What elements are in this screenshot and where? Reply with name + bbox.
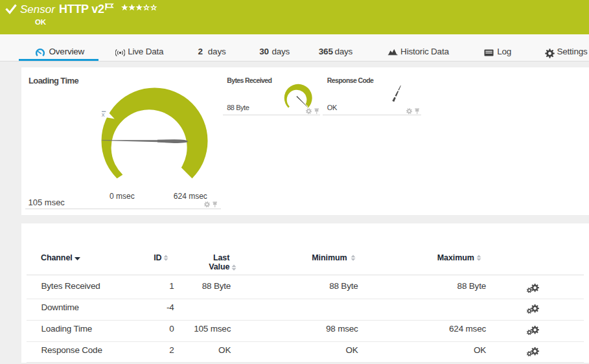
svg-text:x: x <box>102 111 105 118</box>
